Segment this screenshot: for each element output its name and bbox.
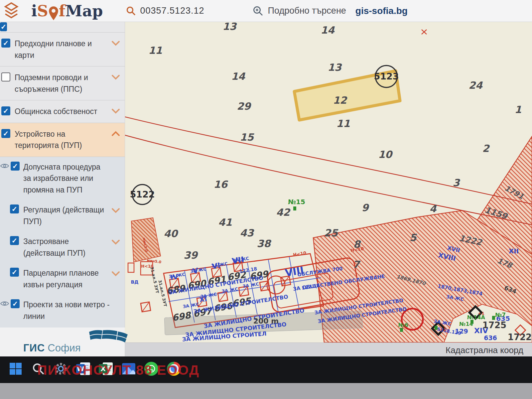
checkbox-checked[interactable]: ✓ (10, 204, 19, 213)
zoning-text: 636 (484, 334, 497, 341)
green-marker (400, 328, 403, 332)
watermark-text: ПИ КОНСУЛТ 88 ЕООД (37, 362, 200, 378)
chevron-down-icon[interactable] (111, 41, 120, 46)
gis-label-bold: ГИС (23, 342, 45, 354)
logo-part-map: Map (66, 3, 103, 19)
map-dark-label: 200 m (253, 317, 279, 325)
parcel-number: 24 (468, 79, 483, 91)
parcel-number: 2 (482, 143, 490, 154)
sidebar-item-5[interactable]: ✓Регулация (действащи ПУП) (0, 200, 125, 231)
gis-sofia-label: ГИССофия (23, 342, 81, 354)
parcel-number: 13 (328, 62, 342, 73)
address-number-label: №15 (288, 198, 305, 206)
sidebar-item-label: Парцеларни планове извън регулация (15, 267, 110, 290)
sidebar-item-label: Застрояване (действащи ПУП) (15, 236, 110, 259)
parcel-number: 5 (410, 232, 417, 243)
chevron-down-icon[interactable] (111, 74, 120, 80)
sidebar-item-2[interactable]: ✓Общинска собственост (0, 100, 125, 123)
parcel-number: 13 (222, 22, 237, 32)
parcel-number: 15 (240, 131, 254, 143)
taskbar-icon-start[interactable] (8, 361, 23, 376)
search-field[interactable]: 00357.5123.12 (126, 6, 204, 16)
windows-taskbar: WX ПИ КОНСУЛТ 88 ЕООД (0, 356, 532, 383)
eye-icon[interactable] (0, 301, 9, 307)
restriction-label: +1 (440, 327, 446, 332)
parcel-number: 40 (164, 228, 179, 239)
sidebar-item-label: Проекти за нови метро - линии (15, 299, 110, 322)
green-marker (293, 206, 296, 210)
sidebar-item-label: Общинска собственост (15, 106, 110, 117)
parcel-number: 38 (257, 238, 272, 249)
checkbox-checked[interactable]: ✓ (1, 129, 10, 138)
detailed-search-button[interactable]: Подробно търсене (253, 6, 346, 16)
address-number-label: №14 (459, 321, 473, 327)
logo-part-s: S (37, 3, 48, 19)
gis-label-light: София (48, 342, 80, 354)
restriction-label: мин5.0 (147, 258, 162, 264)
checkbox-checked[interactable]: ✓ (11, 162, 20, 171)
parcel-number: 11 (148, 45, 162, 56)
screen: iSfMap 00357.5123.12 Подробно търсене gi… (0, 0, 532, 399)
checkbox-checked[interactable]: ✓ (1, 106, 10, 115)
parcel-number: 10 (378, 149, 393, 160)
sidebar-item-1[interactable]: Подземни проводи и съоръжения (ППС) (0, 66, 125, 100)
parcel-number: 14 (231, 70, 245, 82)
gis-sofia-logo-area: ГИССофия (0, 328, 125, 356)
chevron-down-icon[interactable] (111, 239, 120, 245)
roman-numeral-label: XII (509, 247, 519, 255)
sidebar-item-4[interactable]: ✓Допусната процедура за изработване или … (0, 157, 125, 200)
app-logo[interactable]: iSfMap (31, 3, 103, 19)
checkbox-checked[interactable]: ✓ (11, 299, 20, 308)
detailed-search-label: Подробно търсене (268, 6, 346, 16)
checkbox-checked[interactable]: ✓ (0, 22, 7, 31)
cadastre-id-label: 5122 (130, 189, 155, 200)
chevron-down-icon[interactable] (111, 108, 120, 114)
cadastre-id-label: 5123 (374, 71, 399, 81)
checkbox-checked[interactable]: ✓ (10, 236, 19, 245)
site-link[interactable]: gis-sofia.bg (355, 6, 408, 16)
search-input[interactable]: 00357.5123.12 (140, 6, 204, 16)
checkbox-checked[interactable]: ✓ (10, 268, 19, 277)
parcel-number: 43 (240, 227, 254, 239)
logo-part-f: f (59, 3, 66, 19)
app-header: iSfMap 00357.5123.12 Подробно търсене gi… (0, 0, 532, 22)
parcel-number: 29 (237, 100, 252, 112)
sidebar-item-label: Предходни планове и карти (15, 38, 110, 61)
sidebar-clipped-row: ✓ (0, 22, 125, 33)
sidebar-item-0[interactable]: ✓Предходни планове и карти (0, 33, 125, 66)
checkbox-unchecked[interactable] (1, 72, 10, 81)
start-icon (9, 362, 22, 375)
zoning-text: 129 (455, 328, 468, 335)
sidebar-item-label: Допусната процедура за изработване или п… (15, 161, 110, 196)
chevron-down-icon[interactable] (111, 271, 120, 276)
status-text: Кадастрална коорд (446, 345, 523, 355)
sidebar-item-6[interactable]: ✓Застрояване (действащи ПУП) (0, 231, 125, 263)
road-lines (125, 116, 532, 225)
sidebar-item-label: Регулация (действащи ПУП) (15, 204, 110, 227)
parcel-number: 1 (515, 104, 522, 115)
parcel-number: 4 (430, 203, 437, 214)
eye-icon[interactable] (0, 163, 9, 169)
sidebar-item-8[interactable]: ✓Проекти за нови метро - линии (0, 295, 125, 326)
checkbox-checked[interactable]: ✓ (1, 39, 10, 48)
chevron-up-icon[interactable] (111, 131, 120, 136)
screen-bezel (0, 383, 532, 399)
parcel-number: 7 (353, 259, 361, 270)
sidebar-sub-group: ✓Допусната процедура за изработване или … (0, 157, 125, 328)
sidebar-item-label: Подземни проводи и съоръжения (ППС) (15, 72, 110, 95)
chevron-down-icon[interactable] (111, 208, 120, 213)
layers-icon[interactable] (4, 2, 19, 20)
sidebar-item-7[interactable]: ✓Парцеларни планове извън регулация (0, 263, 125, 295)
cadastral-map[interactable]: 51235122 1314111413291211151610239442414… (125, 22, 532, 342)
map-dark-label: 1725 (482, 320, 506, 330)
parcel-number: 25 (324, 227, 338, 239)
restriction-label: +1 (478, 311, 484, 316)
map-marker-cross (422, 30, 427, 34)
map-pin-icon (49, 6, 59, 21)
layers-sidebar: ✓ ✓Предходни планове и картиПодземни про… (0, 22, 125, 328)
sidebar-item-3[interactable]: ✓Устройство на територията (ПУП) (0, 123, 125, 157)
parcel-number: 9 (362, 202, 370, 213)
address-number-label: №6 (398, 322, 408, 328)
sidebar-item-label: Устройство на територията (ПУП) (15, 128, 110, 151)
building-spot (141, 302, 151, 312)
